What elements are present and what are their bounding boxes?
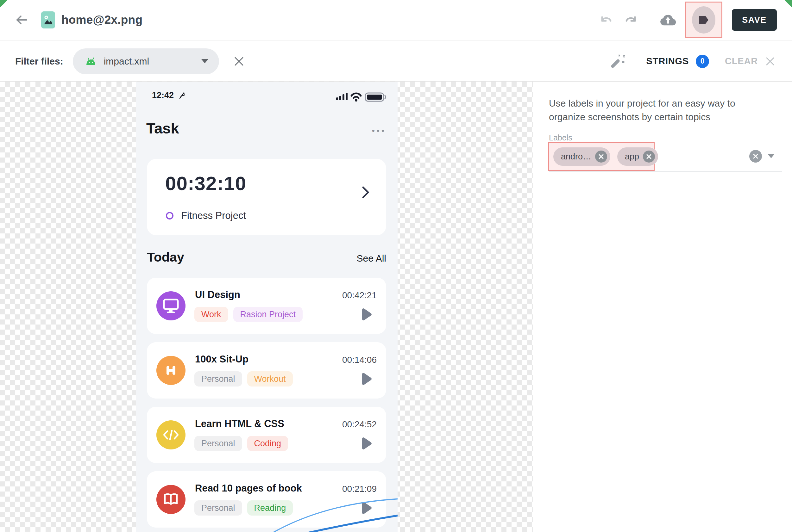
play-icon[interactable] [360,436,372,450]
clear-close-button[interactable] [765,56,776,67]
task-time: 00:21:09 [342,484,377,494]
filter-bar: Filter files: impact.xml [0,41,792,82]
close-icon [765,56,775,66]
strings-count-badge: 0 [696,55,709,68]
project-ring-icon [166,212,173,220]
filter-files-label: Filter files: [15,56,63,67]
task-title: Learn HTML & CSS [195,418,284,430]
screen-title: Task [146,119,179,137]
label-tag-icon [698,15,710,25]
image-file-icon [41,12,55,28]
status-bar-icons [336,91,388,102]
location-arrow-icon [178,91,186,100]
labels-field-underline [549,171,782,172]
redo-icon [624,13,638,26]
label-chip-text: app [625,152,639,162]
task-card[interactable]: Learn HTML & CSS 00:24:52 Personal Codin… [147,407,386,463]
decorative-wave [136,496,398,532]
label-chip: andro… [553,147,610,166]
task-title: Read 10 pages of book [195,483,302,494]
task-time: 00:14:06 [342,355,377,365]
chevron-right-icon[interactable] [362,185,370,199]
divider [636,50,636,73]
tag-row: Work Rasion Project [195,307,302,322]
see-all-link[interactable]: See All [357,253,386,264]
remove-label-button[interactable] [595,151,607,163]
selected-file-name: impact.xml [104,56,149,67]
status-bar-time: 12:42 [152,91,186,100]
timer-card[interactable]: 00:32:10 Fitness Project [147,159,386,235]
label-chip-text: andro… [561,152,591,162]
timer-value: 00:32:10 [165,172,246,194]
labels-description: Use labels in your project for an easy w… [549,97,764,124]
top-bar-actions: SAVE [599,2,777,38]
save-button[interactable]: SAVE [732,9,777,31]
clock-text: 12:42 [152,91,174,100]
label-chip: app [617,147,658,166]
page-title: home@2x.png [61,13,143,26]
monitor-icon [156,291,185,320]
chevron-down-icon [201,59,208,63]
task-time: 00:42:21 [342,290,377,301]
labels-side-panel: Use labels in your project for an easy w… [533,82,792,532]
magic-wand-icon [608,53,626,70]
tag: Personal [195,371,242,386]
labels-field-caption: Labels [549,133,572,142]
cloud-upload-icon [660,13,676,27]
labels-tool-button-highlighted[interactable] [685,2,722,38]
file-filter-dropdown[interactable]: impact.xml [73,49,219,74]
strings-toggle[interactable]: STRINGS [646,56,689,66]
today-header: Today See All [147,250,386,265]
play-icon[interactable] [360,307,372,321]
close-icon [233,56,245,67]
tag: Rasion Project [233,307,303,322]
arrow-left-icon [15,13,29,27]
timer-project-row: Fitness Project [166,210,246,222]
more-menu-icon[interactable]: ••• [372,126,386,136]
upload-button[interactable] [660,13,676,27]
close-icon [598,154,604,159]
clear-all-labels-button[interactable] [749,150,762,163]
task-card[interactable]: UI Design 00:42:21 Work Rasion Project [147,278,386,334]
tag-row: Personal Workout [195,371,293,386]
labels-dropdown-caret[interactable] [768,154,774,158]
filter-bar-right: STRINGS 0 CLEAR [608,50,776,73]
play-icon[interactable] [360,372,372,386]
back-button[interactable] [14,12,29,27]
labels-tool-circle [692,6,715,34]
today-title: Today [147,250,184,265]
remove-label-button[interactable] [643,151,655,163]
window-corner-artifact [785,0,792,7]
divider [650,10,650,30]
tag: Work [195,307,228,322]
close-icon [753,153,758,159]
android-icon [85,57,97,66]
code-icon [156,420,185,450]
dumbbell-icon [156,356,185,385]
tag: Coding [247,436,288,451]
auto-match-button[interactable] [608,53,626,70]
task-title: 100x Sit-Up [195,354,248,365]
tag: Workout [247,371,293,386]
clear-button[interactable]: CLEAR [725,56,758,66]
tag-row: Personal Coding [195,436,288,451]
screenshot-preview[interactable]: 12:42 Task ••• 00:32:10 [136,82,398,532]
top-bar: home@2x.png [0,0,792,40]
task-time: 00:24:52 [342,419,377,430]
labels-field-highlighted[interactable]: andro… app [548,142,655,171]
transparent-canvas: 12:42 Task ••• 00:32:10 [0,82,792,532]
remove-file-filter-button[interactable] [233,55,245,68]
project-name: Fitness Project [181,210,246,222]
undo-button[interactable] [599,13,613,27]
screenshot-editor-window: home@2x.png [0,0,792,532]
task-title: UI Design [195,289,240,301]
tag: Personal [195,436,242,451]
task-card[interactable]: 100x Sit-Up 00:14:06 Personal Workout [147,342,386,399]
redo-button[interactable] [624,13,638,27]
close-icon [646,154,652,159]
window-corner-artifact [0,0,7,7]
undo-icon [600,13,613,26]
